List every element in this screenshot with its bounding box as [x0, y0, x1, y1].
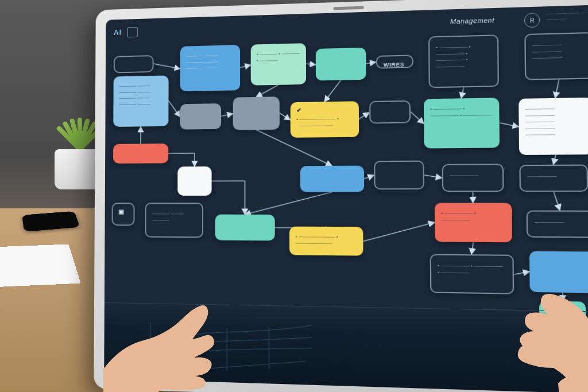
connector-n19-n21	[461, 87, 464, 98]
node-title	[377, 107, 403, 107]
flowchart-node-n11[interactable]	[113, 143, 168, 164]
node-title	[186, 108, 215, 108]
connector-n18-n25	[363, 222, 435, 242]
node-title: WIRES	[384, 61, 406, 69]
document-icon[interactable]	[127, 27, 138, 37]
flowchart-node-n27[interactable]: • —————— • —————— • ——————	[430, 254, 514, 294]
flowchart-node-n9[interactable]: ✔• ———————— • ————————	[291, 101, 359, 138]
connector-n8-n9	[280, 113, 291, 121]
node-body: ———— ——— ———— ——— ———— ——— ———— ———	[119, 83, 163, 107]
connector-n22-n24	[553, 155, 556, 165]
node-body: • ———————— • ————————	[296, 234, 357, 247]
node-body	[377, 109, 403, 110]
connector-n5-n6	[366, 62, 376, 63]
connector-n27-n28	[514, 271, 529, 275]
connector-n10-n21	[411, 111, 424, 123]
flowchart-node-n1[interactable]	[114, 55, 154, 73]
node-title	[430, 103, 493, 104]
node-title	[436, 41, 491, 42]
flowchart-node-n6[interactable]: WIRES	[376, 55, 413, 68]
connector-n24-n26	[554, 192, 560, 210]
node-title	[119, 80, 163, 81]
flowchart-node-n8[interactable]	[233, 96, 280, 130]
app-screen[interactable]: AI Management R —— ——— ——— ——— ——— —— ——…	[104, 5, 588, 392]
flowchart-node-n14[interactable]	[374, 161, 424, 190]
node-title: ▣	[119, 208, 128, 215]
connector-n3-n4	[240, 65, 251, 67]
flowchart-node-l1	[148, 135, 183, 145]
flowchart-node-n2[interactable]: ———— ——— ———— ——— ———— ——— ———— ———	[113, 75, 168, 127]
node-title	[296, 231, 357, 232]
flowchart-node-n22[interactable]: —————— —————— —————— —————— ——————	[519, 98, 588, 155]
node-title	[121, 61, 147, 61]
flowchart-node-n15[interactable]: ▣	[111, 203, 134, 226]
node-title: ✔	[296, 106, 353, 114]
node-body: ———— ——— ————	[152, 211, 196, 223]
node-title	[525, 103, 586, 104]
connector-n13-n14	[364, 175, 374, 178]
node-title	[119, 148, 163, 149]
flowchart-canvas[interactable]: AI Management R —— ——— ——— ——— ——— —— ——…	[104, 5, 588, 392]
flowchart-node-l4	[365, 249, 421, 261]
connector-n4-n5	[306, 64, 316, 65]
node-body: • —————— • ——————	[441, 210, 505, 223]
paper-decoration	[0, 244, 81, 288]
node-title	[186, 50, 234, 51]
node-body: ——————	[527, 173, 580, 180]
connector-n5-n9	[324, 80, 341, 102]
node-body	[121, 63, 147, 64]
node-body: • —————— • —————— • ——————	[438, 262, 506, 276]
connector-n14-n23	[424, 175, 442, 178]
flowchart-node-l2	[281, 145, 323, 154]
flowchart-node-n3[interactable]: ———— ——— ———— ——— ———— ———	[180, 45, 240, 91]
flowchart-node-n19[interactable]: • —————— • —————— • —————— • ——————	[428, 34, 499, 88]
node-title	[257, 48, 300, 49]
connector-n1-n3	[153, 63, 180, 69]
node-title	[536, 256, 588, 257]
node-body: ——————	[534, 219, 586, 226]
node-body: • ———————— • ————————	[296, 116, 353, 129]
flowchart-node-n4[interactable]: • ———— • ———— • ————	[251, 43, 306, 86]
flowchart-node-n16[interactable]: ———— ——— ————	[145, 203, 203, 238]
connector-n21-n22	[500, 122, 519, 127]
flowchart-node-n13[interactable]	[300, 166, 364, 192]
page-heading: Management	[450, 17, 494, 25]
flowchart-node-n28[interactable]	[529, 251, 588, 293]
flowchart-node-n25[interactable]: • —————— • ——————	[435, 203, 512, 242]
node-body: —————— —————— ——————	[532, 41, 585, 61]
node-title	[546, 306, 579, 306]
blueprint-panel	[127, 310, 318, 383]
node-title	[371, 254, 415, 254]
node-body	[546, 308, 579, 309]
tablet-device: AI Management R —— ——— ——— ——— ——— —— ——…	[94, 0, 588, 392]
flowchart-node-n26[interactable]: ——————	[527, 210, 588, 238]
connector-n2-n7	[168, 100, 180, 117]
connector-n4-n8	[256, 85, 278, 97]
flowchart-node-n18[interactable]: • ———————— • ————————	[289, 227, 363, 256]
scene-root: AI Management R —— ——— ——— ——— ——— —— ——…	[0, 0, 588, 392]
flowchart-node-n23[interactable]: ——————	[442, 164, 504, 192]
node-title	[532, 38, 585, 40]
flowchart-node-n21[interactable]: • —————— • —————— • ——————	[424, 98, 500, 148]
connector-n13-n17	[245, 192, 332, 215]
flowchart-node-n5[interactable]	[316, 48, 366, 81]
connector-n7-n8	[221, 114, 233, 116]
node-body	[371, 256, 415, 257]
connector-n12-n17	[212, 181, 245, 214]
flowchart-node-n20[interactable]: —————— —————— ——————	[524, 32, 588, 80]
node-body	[322, 55, 359, 56]
connector-n20-n22	[555, 80, 559, 98]
flowchart-node-n7[interactable]	[180, 103, 222, 129]
node-title	[239, 102, 273, 102]
node-title	[322, 52, 359, 53]
node-body: • —————— • —————— • ——————	[430, 105, 493, 119]
flowchart-node-l3	[336, 204, 386, 216]
connector-n11-n12	[168, 153, 195, 167]
node-body	[186, 110, 215, 111]
node-body: —————— —————— —————— —————— ——————	[525, 105, 586, 138]
connector-n9-n10	[359, 112, 369, 119]
flowchart-node-n17[interactable]	[215, 215, 275, 241]
flowchart-node-n10[interactable]	[369, 100, 411, 124]
flowchart-node-n12[interactable]	[177, 166, 211, 196]
flowchart-node-n24[interactable]: ——————	[519, 165, 588, 192]
